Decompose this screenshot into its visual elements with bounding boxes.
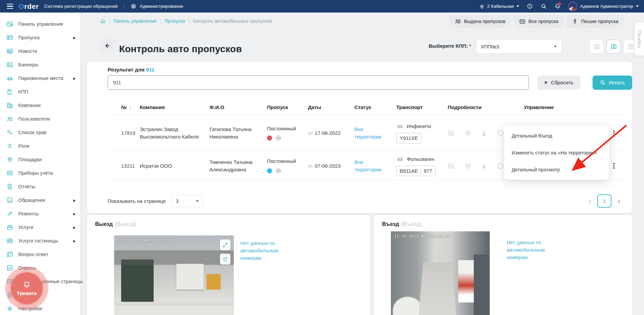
notifications-bell-icon[interactable] xyxy=(554,3,561,9)
column-number[interactable]: №↓ xyxy=(108,104,140,110)
breadcrumb-link-passes[interactable]: Пропуска xyxy=(164,19,185,24)
row-actions-button[interactable] xyxy=(611,127,617,139)
sidebar-item-checkpoint[interactable]: КПП xyxy=(0,85,80,99)
person-icon[interactable] xyxy=(482,130,487,136)
settings-icon xyxy=(6,305,13,312)
hamburger-menu-icon[interactable] xyxy=(7,4,13,9)
sidebar-item-hotel-services[interactable]: Услуги гостиницы▶ xyxy=(0,234,80,248)
svg-text:24: 24 xyxy=(277,137,280,139)
search-icon[interactable] xyxy=(540,3,547,9)
pass-status-dot xyxy=(267,168,272,173)
circle-icon[interactable] xyxy=(497,129,504,137)
row-dates: от17-06-2022 xyxy=(308,129,354,137)
column-details: Подробности xyxy=(448,104,524,110)
status-link[interactable]: Вне территории xyxy=(354,126,385,141)
dashboard-icon xyxy=(6,21,13,27)
row-actions-button[interactable] xyxy=(611,160,617,172)
sidebar-item-meters[interactable]: Приборы учёта xyxy=(0,166,80,180)
sidebar-item-requests[interactable]: Обращения▶ xyxy=(0,193,80,207)
refresh-icon[interactable] xyxy=(220,254,230,265)
kpp-select-value: КПП№3 xyxy=(481,44,499,49)
checkpoint-icon xyxy=(6,88,13,95)
row-pass: Постоянный 24 xyxy=(267,158,308,174)
column-status: Статус xyxy=(354,104,396,110)
sidebar-item-label: Услуги xyxy=(18,225,33,230)
requests-icon xyxy=(6,197,13,204)
sidebar-item-banners[interactable]: Баннеры xyxy=(0,58,80,71)
camera-subtitle: (Въезд) xyxy=(401,221,422,227)
error-feedback-tab[interactable]: Ошибка xyxy=(634,22,644,56)
camera-feed[interactable]: 29/11/2023 Wed 08:05:49 xyxy=(114,235,234,315)
sidebar-item-news[interactable]: Новости xyxy=(0,44,80,58)
image-icon[interactable] xyxy=(448,163,454,169)
sidebar-item-sites[interactable]: Площадки xyxy=(0,153,80,166)
sidebar-item-companies[interactable]: Компании xyxy=(0,99,80,112)
breadcrumb-link-dashboard[interactable]: Панель управления xyxy=(114,19,157,24)
camera-card-entry: Въезд(Въезд) 11-29-2023 Wed 08:05:48 Нет… xyxy=(374,215,632,315)
home-icon[interactable] xyxy=(100,18,106,24)
location-selector[interactable]: 2 Кабельная xyxy=(479,3,519,9)
layout-toggle-left[interactable] xyxy=(590,40,604,54)
sidebar-item-users[interactable]: Пользователи xyxy=(0,112,80,126)
status-link[interactable]: Вне территории xyxy=(354,159,385,173)
app-logo[interactable]: Order xyxy=(19,2,39,10)
all-passes-button[interactable]: Все пропуска xyxy=(514,15,564,28)
menu-item-change-status[interactable]: Изменить статус на «На территории» xyxy=(504,144,609,161)
row-name: Тимченко Татьяна Александровна xyxy=(209,159,267,173)
alarm-button[interactable]: Тревога xyxy=(5,267,48,310)
search-button[interactable]: Искать xyxy=(593,76,632,90)
menu-item-detail-entry[interactable]: Детальный Въезд xyxy=(504,127,609,144)
sidebar-item-label: Пользователи xyxy=(18,116,50,122)
user-name: Админов Администратор xyxy=(580,4,633,9)
circle-icon[interactable] xyxy=(497,162,504,170)
sidebar-item-label: Роли xyxy=(18,143,29,149)
layout-toggle-split[interactable] xyxy=(606,40,621,54)
sidebar-item-repairs[interactable]: Ремонты▶ xyxy=(0,207,80,220)
person-icon[interactable] xyxy=(482,163,487,169)
column-company: Компания xyxy=(140,104,209,110)
sidebar-item-rights[interactable]: Список прав xyxy=(0,126,80,139)
reset-button[interactable]: × Сбросить xyxy=(537,76,580,90)
sidebar-item-faq[interactable]: Вопрос-ответ xyxy=(0,248,80,261)
expand-icon[interactable] xyxy=(220,239,230,250)
info-icon[interactable] xyxy=(527,3,533,9)
kpp-select[interactable]: КПП№3 xyxy=(476,40,562,54)
pedestrian-passes-button[interactable]: Пешие пропуска xyxy=(567,15,624,28)
back-button[interactable] xyxy=(100,39,114,53)
sidebar-item-roles[interactable]: Роли xyxy=(0,139,80,153)
package-icon[interactable] xyxy=(465,130,471,136)
next-page-button[interactable]: › xyxy=(618,197,620,205)
row-name: Гатилова Татьяна Николаевна xyxy=(209,126,267,141)
user-menu[interactable]: Админов Администратор xyxy=(568,2,639,11)
search-input[interactable] xyxy=(108,75,529,90)
sidebar-item-label: Баннеры xyxy=(18,62,39,67)
menu-item-detail-view[interactable]: Детальный просмотр xyxy=(504,161,609,178)
top-navbar: Order Система регистрации обращений Адми… xyxy=(0,0,644,13)
sidebar-item-reports[interactable]: Отчёты xyxy=(0,180,80,193)
current-page[interactable]: 1 xyxy=(597,194,612,208)
prev-page-button[interactable]: ‹ xyxy=(589,197,591,205)
sidebar-item-passes[interactable]: Пропуска▶ xyxy=(0,31,80,44)
pedestrian-passes-icon xyxy=(572,18,578,24)
car-icon xyxy=(396,124,404,129)
column-transport: Транспорт xyxy=(396,104,448,110)
per-page-select[interactable]: 3 xyxy=(171,195,203,207)
issue-passes-button[interactable]: Выдача пропусков xyxy=(449,15,511,28)
column-pass: Пропуск xyxy=(267,104,308,110)
camera-feed[interactable]: 11-29-2023 Wed 08:05:48 xyxy=(391,231,490,315)
passes-icon xyxy=(6,34,13,41)
sidebar-item-parking[interactable]: Парковочные места▶ xyxy=(0,71,80,85)
row-dates: от07-06-2023 xyxy=(308,162,354,170)
package-icon[interactable] xyxy=(465,163,471,169)
sidebar-item-dashboard[interactable]: Панель управления xyxy=(0,17,80,31)
sidebar-item-label: Компании xyxy=(18,103,41,108)
services-icon xyxy=(6,224,13,231)
sidebar-item-label: Отчёты xyxy=(18,184,35,189)
sidebar-item-services[interactable]: Услуги▶ xyxy=(0,220,80,234)
header-actions: Выдача пропусков Все пропуска Пешие проп… xyxy=(449,15,624,28)
sidebar-item-label: Вопрос-ответ xyxy=(18,252,48,257)
alarm-bell-icon xyxy=(22,280,31,289)
image-icon[interactable] xyxy=(448,130,454,136)
hotel-services-icon xyxy=(6,237,13,244)
nav-section-admin[interactable]: Администрирование xyxy=(130,3,183,9)
